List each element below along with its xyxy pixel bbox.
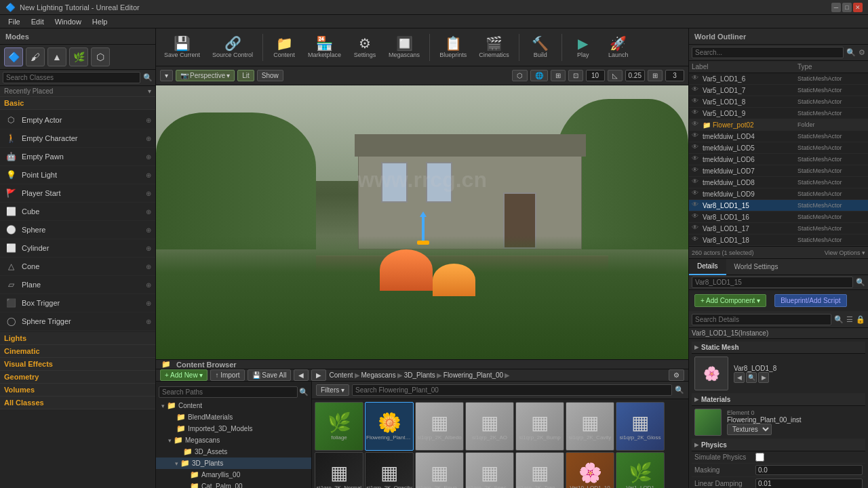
save-all-button[interactable]: 💾 Save All xyxy=(248,369,292,381)
add-new-button[interactable]: + Add New ▾ xyxy=(160,369,208,381)
asset-thumb-7[interactable]: ▦si1qrp_2K_Normal xyxy=(315,452,363,488)
visibility-icon-3[interactable]: 👁 xyxy=(692,108,701,118)
asset-thumb-5[interactable]: ▦si1qrp_2K_Cavity xyxy=(566,402,614,451)
det-component-input[interactable] xyxy=(692,277,853,288)
wo-item-14[interactable]: 👁 Var8_LOD1_18 StaticMeshActor xyxy=(689,235,868,246)
mode-foliage[interactable]: 🌿 xyxy=(69,47,88,66)
breadcrumb-flowering[interactable]: Flowering_Plant_00 xyxy=(443,371,503,379)
settings-button[interactable]: ⚙ Settings xyxy=(348,34,382,61)
asset-thumb-11[interactable]: ▦si1qrp_2K_Translucency xyxy=(515,452,564,488)
show-button[interactable]: Show xyxy=(257,70,283,81)
grid-angle-value[interactable]: 0.25 xyxy=(625,70,645,81)
visibility-icon-9[interactable]: 👁 xyxy=(692,178,701,187)
wo-item-3[interactable]: 👁 Var5_LOD1_9 StaticMeshActor xyxy=(689,108,868,119)
visibility-icon-14[interactable]: 👁 xyxy=(692,235,701,245)
actor-item-empty-pawn[interactable]: 🤖Empty Pawn⊕ xyxy=(0,148,155,166)
wo-item-5[interactable]: 👁 tmekfduiw_LOD4 StaticMeshActor xyxy=(689,131,868,142)
blueprint-script-button[interactable]: Blueprint/Add Script xyxy=(774,294,846,307)
close-button[interactable]: ✕ xyxy=(853,3,863,12)
viewport-icon-3[interactable]: ⊞ xyxy=(551,70,566,81)
tree-item-blendmaterials[interactable]: 📁 BlendMaterials xyxy=(156,411,311,423)
category-geometry[interactable]: Geometry xyxy=(0,371,155,384)
minimize-button[interactable]: ─ xyxy=(831,3,841,12)
grid-sub-icon[interactable]: ⊞ xyxy=(648,70,663,81)
linear-damping-input[interactable] xyxy=(755,479,863,488)
asset-thumb-8[interactable]: ▦si1qrp_2K_Opacity xyxy=(365,452,414,488)
tree-item-3d-assets[interactable]: 📁 3D_Assets xyxy=(156,446,311,458)
cinematics-button[interactable]: 🎬 Cinematics xyxy=(473,34,515,61)
menu-edit[interactable]: Edit xyxy=(26,18,50,26)
det-search-input[interactable] xyxy=(692,314,831,325)
wo-item-9[interactable]: 👁 tmekfduiw_LOD8 StaticMeshActor xyxy=(689,177,868,188)
det-material-type[interactable]: Textures xyxy=(727,424,772,435)
asset-thumb-0[interactable]: 🌿foliage xyxy=(315,402,363,451)
asset-thumb-10[interactable]: ▦si1qrp_2K_Specular xyxy=(465,452,514,488)
category-visual-effects[interactable]: Visual Effects xyxy=(0,358,155,371)
actor-item-box-trigger[interactable]: ⬛Box Trigger⊕ xyxy=(0,294,155,312)
actor-item-empty-actor[interactable]: ⬡Empty Actor⊕ xyxy=(0,111,155,129)
wo-item-2[interactable]: 👁 Var5_LOD1_8 StaticMeshActor xyxy=(689,96,868,108)
masking-input[interactable] xyxy=(755,465,863,475)
menu-help[interactable]: Help xyxy=(87,18,113,26)
tree-item-3d-plants[interactable]: ▾ 📁 3D_Plants xyxy=(156,458,311,469)
grid-size-value[interactable]: 10 xyxy=(586,70,605,81)
wo-item-4[interactable]: 👁 📁 Flower_pot02 Folder xyxy=(689,119,868,131)
breadcrumb-3dplants[interactable]: 3D_Plants xyxy=(404,371,435,379)
visibility-icon-4[interactable]: 👁 xyxy=(692,120,701,129)
grid-angle-icon[interactable]: ◺ xyxy=(608,70,623,81)
section-physics[interactable]: ▶ Physics xyxy=(692,439,865,451)
section-materials[interactable]: ▶ Materials xyxy=(692,394,865,406)
cb-search-icon[interactable]: 🔍 xyxy=(675,386,684,394)
mesh-nav-right[interactable]: ▶ xyxy=(758,372,769,383)
cb-view-options[interactable]: ⚙ xyxy=(669,369,684,381)
asset-thumb-13[interactable]: 🌿Var1_LOD1 xyxy=(616,452,665,488)
menu-window[interactable]: Window xyxy=(50,18,87,26)
wo-item-10[interactable]: 👁 tmekfduiw_LOD9 StaticMeshActor xyxy=(689,188,868,200)
wo-settings-icon[interactable]: ⚙ xyxy=(859,48,865,57)
det-lock-icon[interactable]: 🔒 xyxy=(856,315,865,324)
asset-thumb-1[interactable]: 🌼Flowering_Plant_00_inst xyxy=(365,402,414,451)
actor-item-player-start[interactable]: 🚩Player Start⊕ xyxy=(0,184,155,203)
menu-file[interactable]: File xyxy=(3,18,26,26)
wo-item-13[interactable]: 👁 Var8_LOD1_17 StaticMeshActor xyxy=(689,223,868,235)
search-paths-input[interactable] xyxy=(159,386,298,398)
tree-item-content[interactable]: ▾ 📁 Content xyxy=(156,400,311,411)
actor-item-sphere[interactable]: ⚪Sphere⊕ xyxy=(0,221,155,239)
mesh-find[interactable]: 🔍 xyxy=(746,372,757,383)
actor-item-cylinder[interactable]: ⬜Cylinder⊕ xyxy=(0,239,155,258)
mode-paint[interactable]: 🖌 xyxy=(26,47,45,66)
forward-button[interactable]: ▶ xyxy=(311,369,326,381)
actor-item-empty-character[interactable]: 🚶Empty Character⊕ xyxy=(0,129,155,148)
tab-world-settings[interactable]: World Settings xyxy=(726,259,787,275)
visibility-icon-7[interactable]: 👁 xyxy=(692,155,701,164)
actor-item-cube[interactable]: ⬜Cube⊕ xyxy=(0,203,155,221)
asset-thumb-9[interactable]: ▦si1qrp_2K_Roughness xyxy=(415,452,464,488)
mode-place[interactable]: 🔷 xyxy=(4,47,23,66)
search-paths-icon[interactable]: 🔍 xyxy=(299,388,309,396)
wo-item-6[interactable]: 👁 tmekfduiw_LOD5 StaticMeshActor xyxy=(689,142,868,154)
tree-item-imported-3d-models[interactable]: 📁 Imported_3D_Models xyxy=(156,423,311,434)
visibility-icon-2[interactable]: 👁 xyxy=(692,97,701,106)
viewport-icon-1[interactable]: ⬡ xyxy=(512,70,528,81)
viewport[interactable]: www.rrcg.cn xyxy=(156,85,688,359)
lit-button[interactable]: Lit xyxy=(237,70,254,81)
viewport-icon-2[interactable]: 🌐 xyxy=(530,70,548,81)
search-classes-input[interactable] xyxy=(3,72,140,83)
viewport-options-button[interactable]: ▾ xyxy=(160,70,173,81)
visibility-icon-10[interactable]: 👁 xyxy=(692,189,701,199)
cb-options-button[interactable]: ⚙ xyxy=(669,369,684,381)
wo-item-8[interactable]: 👁 tmekfduiw_LOD7 StaticMeshActor xyxy=(689,165,868,177)
det-component-search-icon[interactable]: 🔍 xyxy=(856,278,865,287)
asset-thumb-2[interactable]: ▦si1qrp_2K_Albedo xyxy=(415,402,464,451)
filters-button[interactable]: Filters ▾ xyxy=(316,384,349,396)
grid-sub-value[interactable]: 3 xyxy=(665,70,684,81)
wo-search-input[interactable] xyxy=(692,47,844,58)
add-component-button[interactable]: + Add Component ▾ xyxy=(694,294,766,307)
marketplace-button[interactable]: 🏪 Marketplace xyxy=(302,34,347,61)
wo-item-12[interactable]: 👁 Var8_LOD1_16 StaticMeshActor xyxy=(689,211,868,223)
visibility-icon-12[interactable]: 👁 xyxy=(692,212,701,222)
build-button[interactable]: 🔨 Build xyxy=(524,34,557,61)
breadcrumb-megascans[interactable]: Megascans xyxy=(361,371,396,379)
wo-item-7[interactable]: 👁 tmekfduiw_LOD6 StaticMeshActor xyxy=(689,154,868,165)
category-cinematic[interactable]: Cinematic xyxy=(0,345,155,358)
